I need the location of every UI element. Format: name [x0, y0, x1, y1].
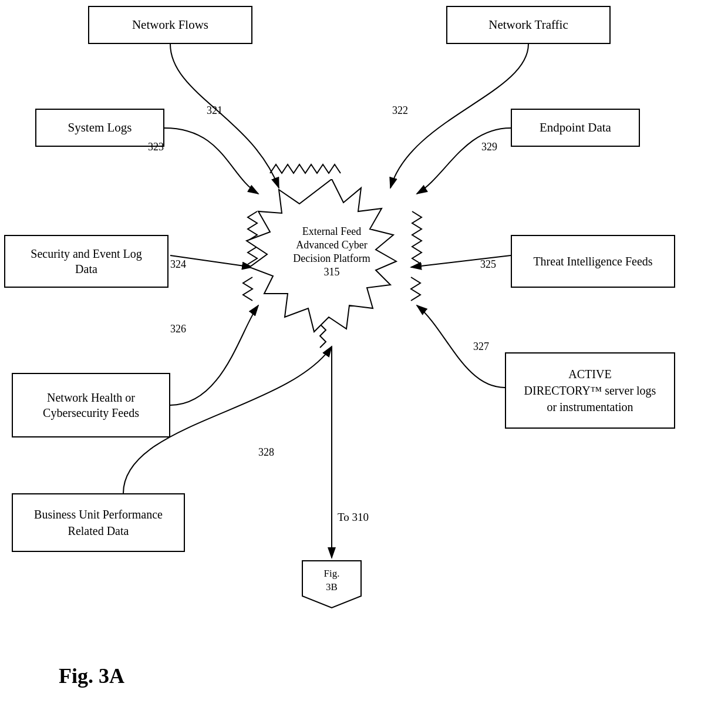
- fig3b-shape: Fig. 3B: [299, 558, 364, 611]
- label-322: 322: [392, 105, 408, 117]
- center-platform: External Feed Advanced Cyber Decision Pl…: [232, 179, 432, 346]
- network-traffic-box: Network Traffic: [446, 6, 611, 44]
- svg-text:External Feed: External Feed: [302, 225, 361, 237]
- network-health-box: Network Health orCybersecurity Feeds: [12, 373, 170, 437]
- diagram: Network Flows Network Traffic System Log…: [0, 0, 728, 717]
- starburst-svg: External Feed Advanced Cyber Decision Pl…: [232, 179, 432, 346]
- fig3b-svg: Fig. 3B: [299, 558, 364, 611]
- security-event-log-box: Security and Event LogData: [4, 235, 168, 288]
- label-324: 324: [170, 258, 186, 271]
- threat-intel-box: Threat Intelligence Feeds: [511, 235, 675, 288]
- fig3a-label: Fig. 3A: [59, 664, 124, 688]
- svg-text:315: 315: [324, 266, 340, 278]
- label-327: 327: [473, 341, 489, 353]
- network-flows-box: Network Flows: [88, 6, 252, 44]
- label-to310: To 310: [338, 511, 369, 524]
- label-328: 328: [258, 446, 274, 459]
- svg-text:Advanced Cyber: Advanced Cyber: [296, 239, 367, 251]
- svg-text:Fig.: Fig.: [324, 568, 340, 579]
- label-323: 323: [148, 141, 164, 153]
- svg-text:3B: 3B: [326, 581, 338, 593]
- business-unit-box: Business Unit PerformanceRelated Data: [12, 493, 185, 552]
- endpoint-data-box: Endpoint Data: [511, 109, 640, 147]
- label-321: 321: [207, 105, 223, 117]
- svg-text:Decision Platform: Decision Platform: [293, 253, 370, 264]
- system-logs-box: System Logs: [35, 109, 164, 147]
- label-325: 325: [480, 258, 496, 271]
- active-directory-box: ACTIVEDIRECTORY™ server logsor instrumen…: [505, 352, 675, 429]
- label-329: 329: [481, 141, 497, 153]
- label-326: 326: [170, 323, 186, 335]
